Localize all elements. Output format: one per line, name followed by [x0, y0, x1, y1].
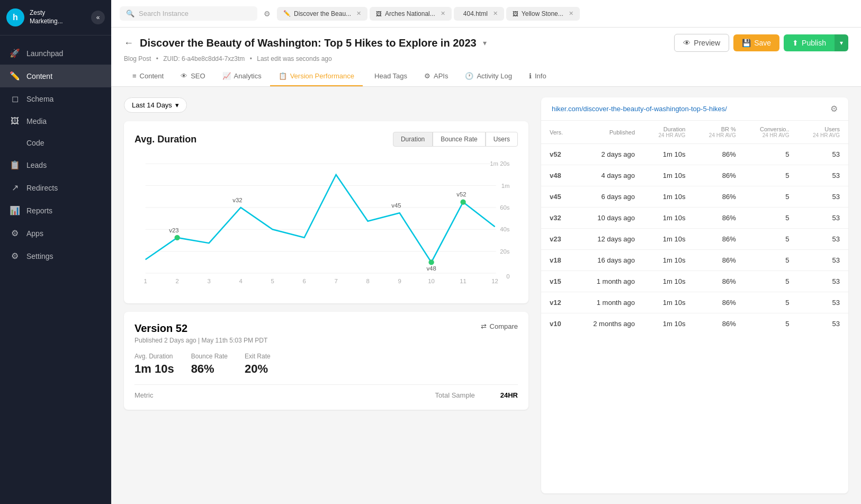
publish-button[interactable]: ⬆ Publish: [784, 34, 835, 51]
logo-icon: h: [6, 8, 24, 26]
bounce-rate-label: Bounce Rate: [191, 353, 228, 360]
svg-text:v23: v23: [169, 227, 178, 233]
back-button[interactable]: ←: [124, 38, 133, 49]
publish-dropdown-button[interactable]: ▾: [835, 34, 848, 51]
table-row[interactable]: v121 month ago1m 10s86%553: [541, 292, 848, 313]
nav-icon: 🚀: [10, 48, 20, 58]
compare-button[interactable]: ⇄ Compare: [481, 322, 518, 330]
tab-icon: 📈: [222, 72, 231, 80]
date-filter-button[interactable]: Last 14 Days ▾: [124, 97, 187, 113]
sidebar-item-apps[interactable]: ⚙Apps: [0, 222, 111, 245]
sidebar-item-leads[interactable]: 📋Leads: [0, 154, 111, 176]
sidebar-item-media[interactable]: 🖼Media: [0, 110, 111, 132]
settings-icon[interactable]: ⚙: [830, 104, 838, 114]
tab-close-icon[interactable]: ✕: [441, 10, 445, 17]
tab-close-icon[interactable]: ✕: [569, 10, 573, 17]
table-row[interactable]: v484 days ago1m 10s86%553: [541, 165, 848, 186]
content-tab-seo[interactable]: 👁SEO: [172, 67, 213, 86]
content-tab-analytics[interactable]: 📈Analytics: [214, 67, 270, 86]
nav-icon: 📋: [10, 160, 20, 170]
table-cell: v45: [541, 186, 576, 208]
chart-dot-v48: [428, 259, 434, 265]
content-tab-content[interactable]: ≡Content: [124, 67, 172, 86]
meta-edit: Last edit was seconds ago: [257, 55, 331, 62]
table-header-vers-: Vers.: [541, 121, 576, 144]
content-tab-activity-log[interactable]: 🕐Activity Log: [456, 67, 520, 86]
content-tab-info[interactable]: ℹInfo: [521, 67, 555, 86]
table-row[interactable]: v2312 days ago1m 10s86%553: [541, 229, 848, 250]
title-dropdown-icon[interactable]: ▾: [483, 39, 487, 47]
topbar-tab[interactable]: ✏️Discover the Beau...✕: [277, 7, 367, 21]
table-cell: v52: [541, 144, 576, 165]
table-cell: 16 days ago: [576, 250, 643, 271]
tab-icon: 👁: [181, 72, 187, 80]
topbar-tab[interactable]: 🖼Arches National...✕: [370, 7, 452, 21]
table-header-published: Published: [576, 121, 643, 144]
table-cell: v10: [541, 313, 576, 335]
svg-text:12: 12: [491, 278, 498, 284]
version-metrics: Avg. Duration 1m 10s Bounce Rate 86% Exi…: [134, 353, 518, 376]
sidebar-nav: 🚀Launchpad✏️Content◻Schema🖼MediaCode📋Lea…: [0, 35, 111, 504]
nav-label: Schema: [26, 95, 53, 103]
sidebar-item-code[interactable]: Code: [0, 132, 111, 154]
version-subtitle: Published 2 Days ago | May 11th 5:03 PM …: [134, 337, 267, 344]
sidebar-item-reports[interactable]: 📊Reports: [0, 199, 111, 222]
save-button[interactable]: 💾 Save: [733, 34, 779, 51]
table-row[interactable]: v3210 days ago1m 10s86%553: [541, 208, 848, 229]
publish-button-wrap: ⬆ Publish ▾: [784, 34, 848, 51]
table-cell: v18: [541, 250, 576, 271]
svg-text:60s: 60s: [500, 204, 510, 211]
table-row[interactable]: v1816 days ago1m 10s86%553: [541, 250, 848, 271]
content-tab-head-tags[interactable]: Head Tags: [363, 67, 416, 86]
table-cell: 86%: [694, 165, 744, 186]
topbar-tab[interactable]: 🖼Yellow Stone...✕: [506, 7, 580, 21]
table-cell: 1m 10s: [643, 144, 694, 165]
nav-icon: ⚙: [10, 228, 20, 238]
chart-btn-bounce[interactable]: Bounce Rate: [433, 132, 485, 147]
table-cell: 86%: [694, 229, 744, 250]
sidebar-item-redirects[interactable]: ↗Redirects: [0, 176, 111, 199]
table-cell: 5: [745, 271, 798, 292]
table-cell: 53: [798, 292, 848, 313]
table-header-br-%: BR %24 HR AVG: [694, 121, 744, 144]
table-row[interactable]: v456 days ago1m 10s86%553: [541, 186, 848, 208]
tab-close-icon[interactable]: ✕: [493, 10, 498, 17]
content-tab-apis[interactable]: ⚙APIs: [416, 67, 456, 86]
sidebar-collapse-button[interactable]: «: [91, 11, 105, 24]
avg-duration-label: Avg. Duration: [134, 353, 174, 360]
filter-icon[interactable]: ⚙: [264, 10, 271, 18]
panel-link[interactable]: hiker.com/discover-the-beauty-of-washing…: [552, 105, 727, 113]
header-actions: 👁 Preview 💾 Save ⬆ Publish ▾: [674, 34, 848, 52]
table-cell: 53: [798, 186, 848, 208]
topbar-tab[interactable]: 404.html✕: [454, 7, 504, 21]
svg-text:v52: v52: [456, 191, 466, 197]
sidebar-item-settings[interactable]: ⚙Settings: [0, 245, 111, 267]
sidebar-item-content[interactable]: ✏️Content: [0, 65, 111, 87]
table-cell: 10 days ago: [576, 208, 643, 229]
tab-label: Arches National...: [385, 10, 435, 17]
chart-svg: 1m 20s 1m 60s 40s 20s 0: [134, 155, 518, 293]
table-cell: 53: [798, 165, 848, 186]
sidebar-item-launchpad[interactable]: 🚀Launchpad: [0, 42, 111, 65]
tab-label: Yellow Stone...: [522, 10, 563, 17]
chart-btn-duration[interactable]: Duration: [393, 132, 433, 147]
table-row[interactable]: v522 days ago1m 10s86%553: [541, 144, 848, 165]
chart-btn-users[interactable]: Users: [486, 132, 518, 147]
meta-zuid-label: ZUID:: [163, 55, 180, 62]
sidebar-item-schema[interactable]: ◻Schema: [0, 87, 111, 110]
svg-text:v45: v45: [391, 202, 401, 209]
compare-icon: ⇄: [481, 322, 487, 330]
table-row[interactable]: v151 month ago1m 10s86%553: [541, 271, 848, 292]
table-row[interactable]: v102 months ago1m 10s86%553: [541, 313, 848, 335]
sidebar-header: h Zesty Marketing... «: [0, 0, 111, 35]
meta-row: Blog Post • ZUID: 6-a4be8c8dd4-7xz3tm • …: [124, 55, 848, 62]
tab-label: 404.html: [463, 10, 488, 17]
chart-title: Avg. Duration: [134, 134, 196, 145]
tab-close-icon[interactable]: ✕: [356, 10, 361, 17]
content-tab-version-performance[interactable]: 📋Version Performance: [270, 67, 363, 86]
chart-dot-v23: [175, 235, 180, 240]
preview-button[interactable]: 👁 Preview: [674, 34, 729, 52]
table-cell: v15: [541, 271, 576, 292]
svg-text:3: 3: [207, 278, 210, 284]
search-box[interactable]: 🔍 Search Instance: [120, 6, 257, 21]
